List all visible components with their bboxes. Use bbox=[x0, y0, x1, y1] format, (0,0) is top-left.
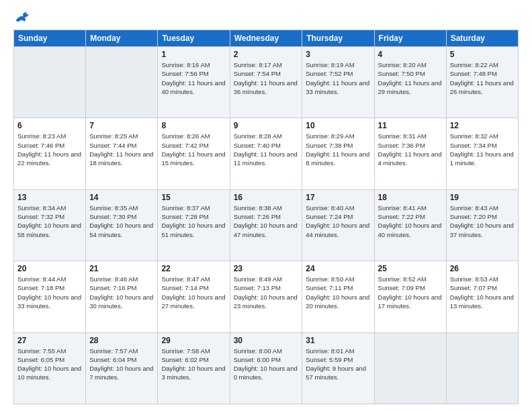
day-info: Sunrise: 8:17 AM Sunset: 7:54 PM Dayligh… bbox=[234, 60, 299, 96]
day-number: 30 bbox=[234, 336, 299, 345]
calendar-day-cell: 14Sunrise: 8:35 AM Sunset: 7:30 PM Dayli… bbox=[86, 189, 158, 261]
weekday-header: Friday bbox=[374, 30, 446, 47]
weekday-header: Wednesday bbox=[230, 30, 302, 47]
calendar-day-cell: 20Sunrise: 8:44 AM Sunset: 7:18 PM Dayli… bbox=[14, 261, 86, 332]
day-number: 22 bbox=[161, 264, 226, 273]
calendar-week-row: 1Sunrise: 8:16 AM Sunset: 7:56 PM Daylig… bbox=[14, 47, 519, 118]
calendar-day-cell: 7Sunrise: 8:25 AM Sunset: 7:44 PM Daylig… bbox=[86, 118, 158, 189]
weekday-header: Monday bbox=[86, 30, 158, 47]
calendar-day-cell: 1Sunrise: 8:16 AM Sunset: 7:56 PM Daylig… bbox=[158, 47, 230, 118]
calendar-day-cell bbox=[86, 47, 158, 118]
calendar-day-cell: 2Sunrise: 8:17 AM Sunset: 7:54 PM Daylig… bbox=[230, 47, 302, 118]
day-info: Sunrise: 8:25 AM Sunset: 7:44 PM Dayligh… bbox=[89, 132, 154, 167]
day-info: Sunrise: 8:23 AM Sunset: 7:46 PM Dayligh… bbox=[17, 132, 82, 167]
calendar-day-cell: 10Sunrise: 8:29 AM Sunset: 7:38 PM Dayli… bbox=[302, 118, 374, 189]
calendar-table: SundayMondayTuesdayWednesdayThursdayFrid… bbox=[13, 30, 519, 404]
day-number: 29 bbox=[161, 336, 226, 345]
calendar-week-row: 27Sunrise: 7:55 AM Sunset: 6:05 PM Dayli… bbox=[14, 332, 519, 404]
day-info: Sunrise: 8:26 AM Sunset: 7:42 PM Dayligh… bbox=[161, 132, 226, 167]
day-info: Sunrise: 8:43 AM Sunset: 7:20 PM Dayligh… bbox=[450, 203, 515, 239]
day-number: 27 bbox=[17, 336, 82, 345]
day-number: 15 bbox=[161, 193, 226, 202]
day-number: 26 bbox=[450, 264, 515, 273]
day-info: Sunrise: 8:01 AM Sunset: 5:59 PM Dayligh… bbox=[306, 347, 370, 382]
day-number: 7 bbox=[89, 121, 154, 130]
weekday-header: Sunday bbox=[14, 30, 86, 47]
calendar-day-cell: 26Sunrise: 8:53 AM Sunset: 7:07 PM Dayli… bbox=[446, 261, 518, 332]
day-info: Sunrise: 8:44 AM Sunset: 7:18 PM Dayligh… bbox=[17, 275, 82, 310]
calendar-day-cell: 29Sunrise: 7:58 AM Sunset: 6:02 PM Dayli… bbox=[158, 332, 230, 404]
day-number: 31 bbox=[306, 336, 370, 345]
day-info: Sunrise: 8:22 AM Sunset: 7:48 PM Dayligh… bbox=[450, 60, 515, 96]
calendar-day-cell: 31Sunrise: 8:01 AM Sunset: 5:59 PM Dayli… bbox=[302, 332, 374, 404]
day-number: 13 bbox=[17, 193, 82, 202]
calendar-day-cell: 8Sunrise: 8:26 AM Sunset: 7:42 PM Daylig… bbox=[158, 118, 230, 189]
day-number: 23 bbox=[234, 264, 299, 273]
day-number: 3 bbox=[306, 50, 370, 59]
weekday-header: Thursday bbox=[302, 30, 374, 47]
calendar-day-cell: 13Sunrise: 8:34 AM Sunset: 7:32 PM Dayli… bbox=[14, 189, 86, 261]
page: SundayMondayTuesdayWednesdayThursdayFrid… bbox=[0, 0, 532, 411]
day-number: 19 bbox=[450, 193, 515, 202]
day-info: Sunrise: 8:19 AM Sunset: 7:52 PM Dayligh… bbox=[306, 60, 370, 96]
calendar-day-cell: 21Sunrise: 8:46 AM Sunset: 7:16 PM Dayli… bbox=[86, 261, 158, 332]
day-number: 9 bbox=[234, 121, 299, 130]
day-number: 25 bbox=[378, 264, 443, 273]
calendar-week-row: 6Sunrise: 8:23 AM Sunset: 7:46 PM Daylig… bbox=[14, 118, 519, 189]
day-number: 14 bbox=[89, 193, 154, 202]
day-info: Sunrise: 8:41 AM Sunset: 7:22 PM Dayligh… bbox=[378, 203, 443, 239]
calendar-day-cell: 11Sunrise: 8:31 AM Sunset: 7:36 PM Dayli… bbox=[374, 118, 446, 189]
calendar-day-cell: 23Sunrise: 8:49 AM Sunset: 7:13 PM Dayli… bbox=[230, 261, 302, 332]
day-number: 5 bbox=[450, 50, 515, 59]
header-row: SundayMondayTuesdayWednesdayThursdayFrid… bbox=[14, 30, 519, 47]
day-number: 18 bbox=[378, 193, 443, 202]
day-info: Sunrise: 8:46 AM Sunset: 7:16 PM Dayligh… bbox=[89, 275, 154, 310]
day-info: Sunrise: 7:57 AM Sunset: 6:04 PM Dayligh… bbox=[89, 347, 154, 382]
day-info: Sunrise: 8:40 AM Sunset: 7:24 PM Dayligh… bbox=[306, 203, 370, 239]
day-info: Sunrise: 8:00 AM Sunset: 6:00 PM Dayligh… bbox=[234, 347, 299, 382]
calendar-day-cell: 24Sunrise: 8:50 AM Sunset: 7:11 PM Dayli… bbox=[302, 261, 374, 332]
day-info: Sunrise: 8:28 AM Sunset: 7:40 PM Dayligh… bbox=[234, 132, 299, 167]
day-info: Sunrise: 8:34 AM Sunset: 7:32 PM Dayligh… bbox=[17, 203, 82, 239]
calendar-day-cell: 3Sunrise: 8:19 AM Sunset: 7:52 PM Daylig… bbox=[302, 47, 374, 118]
calendar-day-cell: 18Sunrise: 8:41 AM Sunset: 7:22 PM Dayli… bbox=[374, 189, 446, 261]
calendar-day-cell: 15Sunrise: 8:37 AM Sunset: 7:28 PM Dayli… bbox=[158, 189, 230, 261]
calendar-day-cell bbox=[446, 332, 518, 404]
day-number: 11 bbox=[378, 121, 443, 130]
day-number: 6 bbox=[17, 121, 82, 130]
day-number: 16 bbox=[234, 193, 299, 202]
calendar-week-row: 20Sunrise: 8:44 AM Sunset: 7:18 PM Dayli… bbox=[14, 261, 519, 332]
day-number: 10 bbox=[306, 121, 370, 130]
day-number: 20 bbox=[17, 264, 82, 273]
calendar-day-cell: 5Sunrise: 8:22 AM Sunset: 7:48 PM Daylig… bbox=[446, 47, 518, 118]
day-info: Sunrise: 8:29 AM Sunset: 7:38 PM Dayligh… bbox=[306, 132, 370, 167]
day-info: Sunrise: 8:31 AM Sunset: 7:36 PM Dayligh… bbox=[378, 132, 443, 167]
calendar-day-cell: 30Sunrise: 8:00 AM Sunset: 6:00 PM Dayli… bbox=[230, 332, 302, 404]
calendar-day-cell: 12Sunrise: 8:32 AM Sunset: 7:34 PM Dayli… bbox=[446, 118, 518, 189]
day-number: 17 bbox=[306, 193, 370, 202]
day-number: 8 bbox=[161, 121, 226, 130]
day-info: Sunrise: 7:58 AM Sunset: 6:02 PM Dayligh… bbox=[161, 347, 226, 382]
calendar-day-cell: 27Sunrise: 7:55 AM Sunset: 6:05 PM Dayli… bbox=[14, 332, 86, 404]
day-info: Sunrise: 8:32 AM Sunset: 7:34 PM Dayligh… bbox=[450, 132, 515, 167]
weekday-header: Tuesday bbox=[158, 30, 230, 47]
day-info: Sunrise: 8:53 AM Sunset: 7:07 PM Dayligh… bbox=[450, 275, 515, 310]
day-info: Sunrise: 8:50 AM Sunset: 7:11 PM Dayligh… bbox=[306, 275, 370, 310]
logo-bird-icon bbox=[15, 11, 31, 23]
day-info: Sunrise: 8:52 AM Sunset: 7:09 PM Dayligh… bbox=[378, 275, 443, 310]
calendar-day-cell: 19Sunrise: 8:43 AM Sunset: 7:20 PM Dayli… bbox=[446, 189, 518, 261]
day-number: 24 bbox=[306, 264, 370, 273]
calendar-day-cell: 4Sunrise: 8:20 AM Sunset: 7:50 PM Daylig… bbox=[374, 47, 446, 118]
calendar-day-cell: 6Sunrise: 8:23 AM Sunset: 7:46 PM Daylig… bbox=[14, 118, 86, 189]
calendar-day-cell: 17Sunrise: 8:40 AM Sunset: 7:24 PM Dayli… bbox=[302, 189, 374, 261]
calendar-week-row: 13Sunrise: 8:34 AM Sunset: 7:32 PM Dayli… bbox=[14, 189, 519, 261]
day-info: Sunrise: 8:35 AM Sunset: 7:30 PM Dayligh… bbox=[89, 203, 154, 239]
day-info: Sunrise: 7:55 AM Sunset: 6:05 PM Dayligh… bbox=[17, 347, 82, 382]
day-info: Sunrise: 8:38 AM Sunset: 7:26 PM Dayligh… bbox=[234, 203, 299, 239]
calendar-day-cell: 25Sunrise: 8:52 AM Sunset: 7:09 PM Dayli… bbox=[374, 261, 446, 332]
day-number: 4 bbox=[378, 50, 443, 59]
calendar-day-cell: 16Sunrise: 8:38 AM Sunset: 7:26 PM Dayli… bbox=[230, 189, 302, 261]
day-info: Sunrise: 8:37 AM Sunset: 7:28 PM Dayligh… bbox=[161, 203, 226, 239]
day-info: Sunrise: 8:49 AM Sunset: 7:13 PM Dayligh… bbox=[234, 275, 299, 310]
header bbox=[13, 11, 519, 23]
